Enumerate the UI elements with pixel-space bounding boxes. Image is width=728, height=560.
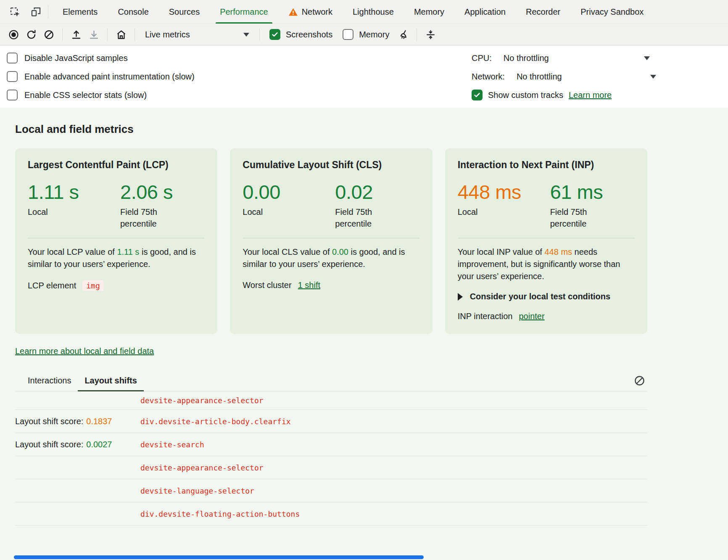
- tab-memory[interactable]: Memory: [404, 0, 454, 24]
- clear-recordings-button[interactable]: [40, 26, 57, 42]
- tab-elements[interactable]: Elements: [53, 0, 108, 24]
- inspect-icon: [9, 6, 21, 18]
- option-label: Enable advanced paint instrumentation (s…: [24, 72, 195, 82]
- field-label: Field 75th percentile: [120, 206, 187, 230]
- logs-tabbar: Interactions Layout shifts: [15, 370, 647, 391]
- tab-recorder[interactable]: Recorder: [516, 0, 570, 24]
- inspect-element-button[interactable]: [7, 4, 23, 20]
- option-label: Enable CSS selector stats (slow): [24, 90, 147, 100]
- tab-console[interactable]: Console: [108, 0, 158, 24]
- desc-value: 448 ms: [544, 247, 572, 256]
- layout-shift-row: devsite-appearance-selector: [15, 456, 647, 479]
- card-title: Largest Contentful Paint (LCP): [28, 159, 205, 171]
- divider: [458, 238, 635, 238]
- tab-layout-shifts[interactable]: Layout shifts: [78, 370, 143, 391]
- tab-performance[interactable]: Performance: [210, 0, 278, 24]
- custom-tracks-learn-more-link[interactable]: Learn more: [569, 90, 612, 100]
- tab-lighthouse[interactable]: Lighthouse: [343, 0, 404, 24]
- separator: [48, 5, 48, 18]
- tab-label: Privacy Sandbox: [580, 7, 644, 17]
- screenshots-option: Screenshots: [265, 29, 337, 40]
- tab-application[interactable]: Application: [454, 0, 516, 24]
- show-custom-tracks-checkbox[interactable]: [472, 90, 483, 100]
- layout-shift-row: Layout shift score:0.0027 devsite-search: [15, 433, 647, 456]
- live-metrics-view: Local and field metrics Largest Contentf…: [0, 108, 728, 560]
- score-label: Layout shift score:: [15, 440, 83, 449]
- element-node-link[interactable]: devsite-language-selector: [140, 486, 254, 495]
- element-node-link[interactable]: devsite-appearance-selector: [140, 463, 264, 472]
- inp-interaction-label: INP interaction: [458, 312, 513, 321]
- record-button[interactable]: [5, 26, 22, 42]
- tab-privacy-sandbox[interactable]: Privacy Sandbox: [570, 0, 654, 24]
- advanced-paint-checkbox[interactable]: [7, 71, 18, 82]
- horizontal-scrollbar-thumb[interactable]: [14, 555, 424, 559]
- lcp-description: Your local LCP value of 1.11 s is good, …: [28, 246, 205, 270]
- tab-interactions[interactable]: Interactions: [21, 370, 78, 391]
- cls-description: Your local CLS value of 0.00 is good, an…: [243, 246, 419, 270]
- inp-description: Your local INP value of 448 ms needs imp…: [458, 246, 635, 283]
- lcp-element-node-link[interactable]: img: [82, 280, 104, 291]
- memory-checkbox[interactable]: [343, 29, 353, 40]
- memory-option: Memory: [338, 29, 394, 40]
- tab-label: Application: [464, 7, 506, 17]
- desc-text: Your local CLS value of: [243, 247, 332, 256]
- screenshots-checkbox[interactable]: [269, 29, 280, 40]
- element-node-link[interactable]: div.devsite-article-body.clearfix: [140, 417, 291, 426]
- css-selector-stats-checkbox[interactable]: [7, 90, 18, 100]
- tab-label: Performance: [220, 7, 268, 17]
- network-value: No throttling: [517, 72, 562, 82]
- save-profile-button[interactable]: [85, 26, 102, 42]
- field-label: Field 75th percentile: [550, 206, 617, 230]
- cpu-value: No throttling: [504, 53, 549, 63]
- panel-tabs: Elements Console Sources Performance Net…: [53, 0, 654, 24]
- inp-card: Interaction to Next Paint (INP) 448 ms L…: [445, 148, 647, 334]
- layout-shift-row: devsite-appearance-selector: [15, 391, 647, 410]
- metric-cards: Largest Contentful Paint (LCP) 1.11 s Lo…: [15, 148, 647, 334]
- element-node-link[interactable]: devsite-appearance-selector: [140, 396, 264, 405]
- broom-icon: [398, 29, 409, 40]
- local-test-conditions-disclosure[interactable]: Consider your local test conditions: [458, 292, 635, 301]
- inp-interaction-link[interactable]: pointer: [519, 312, 544, 321]
- chevron-down-icon: [650, 75, 656, 79]
- network-label: Network:: [472, 72, 505, 82]
- score-cell: [15, 486, 140, 496]
- download-icon: [88, 29, 100, 40]
- chevron-down-icon: [644, 56, 650, 60]
- score-cell: Layout shift score:0.1837: [15, 417, 140, 426]
- collect-garbage-button[interactable]: [395, 26, 411, 42]
- element-node-link[interactable]: div.devsite-floating-action-buttons: [140, 510, 300, 518]
- card-title: Cumulative Layout Shift (CLS): [243, 159, 419, 171]
- lcp-local-value: 1.11 s: [28, 182, 120, 202]
- device-toolbar-button[interactable]: [28, 4, 44, 20]
- tab-label: Layout shifts: [84, 376, 137, 386]
- live-metrics-home-button[interactable]: [113, 26, 129, 42]
- local-label: Local: [28, 206, 120, 218]
- profile-history-dropdown[interactable]: Live metrics: [140, 30, 254, 40]
- metric-values: 448 ms Local 61 ms Field 75th percentile: [458, 182, 635, 230]
- divider: [243, 238, 419, 238]
- tab-label: Elements: [63, 7, 98, 17]
- tab-sources[interactable]: Sources: [159, 0, 210, 24]
- score-cell: Layout shift score:0.0027: [15, 440, 140, 449]
- disable-js-samples-checkbox[interactable]: [7, 53, 18, 63]
- tab-label: Lighthouse: [353, 7, 394, 17]
- load-profile-button[interactable]: [68, 26, 84, 42]
- home-icon: [116, 29, 127, 40]
- collapse-button[interactable]: [422, 26, 439, 42]
- element-node-link[interactable]: devsite-search: [140, 440, 204, 449]
- record-and-reload-button[interactable]: [23, 26, 40, 42]
- page-title: Local and field metrics: [15, 123, 647, 136]
- worst-cluster-link[interactable]: 1 shift: [298, 280, 320, 290]
- tab-network[interactable]: Network: [278, 0, 343, 24]
- field-data-learn-more-link[interactable]: Learn more about local and field data: [15, 346, 154, 356]
- network-throttling-select[interactable]: No throttling: [517, 72, 656, 82]
- cls-local-value: 0.00: [243, 182, 335, 202]
- lcp-field-value: 2.06 s: [120, 182, 187, 202]
- score-value: 0.1837: [86, 417, 112, 426]
- clear-log-button[interactable]: [631, 373, 647, 389]
- separator: [62, 28, 63, 41]
- memory-label: Memory: [359, 30, 389, 40]
- cpu-throttling-select[interactable]: No throttling: [504, 53, 650, 63]
- desc-text: Your local LCP value of: [28, 247, 117, 256]
- desc-value: 1.11 s: [117, 247, 139, 256]
